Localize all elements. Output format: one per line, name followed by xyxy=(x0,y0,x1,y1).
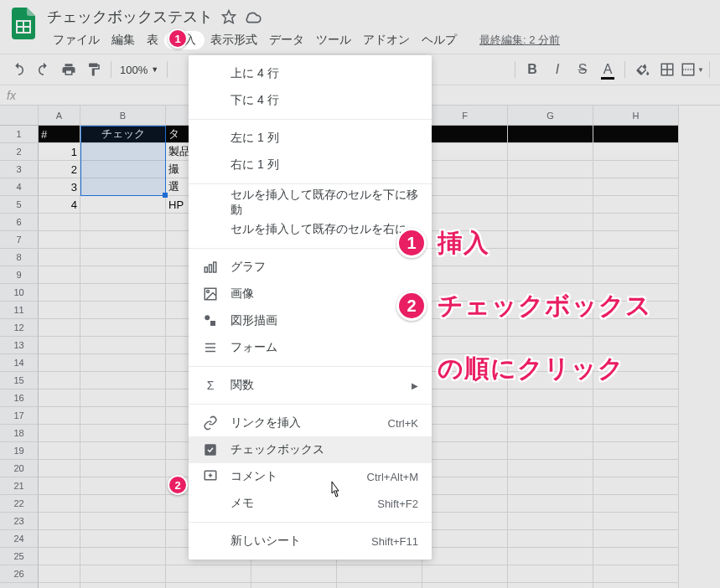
cell[interactable] xyxy=(593,407,679,425)
cell[interactable] xyxy=(80,249,166,266)
zoom-select[interactable]: 100%▼ xyxy=(117,64,162,76)
cell[interactable] xyxy=(422,495,508,513)
cell[interactable]: チェック xyxy=(80,126,166,143)
cell[interactable] xyxy=(422,126,508,143)
menu-format[interactable]: 表示形式 xyxy=(205,31,263,49)
row-header[interactable]: 17 xyxy=(0,407,39,425)
cell[interactable]: 1 xyxy=(39,143,80,161)
cell[interactable] xyxy=(593,565,679,583)
row-header[interactable]: 22 xyxy=(0,495,39,513)
row-header[interactable]: 7 xyxy=(0,231,39,249)
cell[interactable] xyxy=(166,583,251,588)
insert-note[interactable]: メモShift+F2 xyxy=(189,490,432,517)
cell[interactable] xyxy=(508,266,593,284)
insert-form[interactable]: フォーム xyxy=(189,334,432,361)
insert-drawing[interactable]: 図形描画 xyxy=(189,307,432,334)
col-header[interactable]: B xyxy=(80,106,166,126)
cell[interactable] xyxy=(593,442,679,460)
cell[interactable] xyxy=(251,565,337,583)
cell[interactable] xyxy=(422,565,508,583)
row-header[interactable]: 15 xyxy=(0,372,39,389)
cell[interactable] xyxy=(39,319,80,337)
insert-checkbox[interactable]: チェックボックス xyxy=(189,436,432,463)
row-header[interactable]: 4 xyxy=(0,178,39,196)
cell[interactable] xyxy=(593,143,679,161)
cloud-saved-icon[interactable] xyxy=(245,8,262,25)
col-header[interactable]: G xyxy=(508,106,593,126)
row-header[interactable]: 21 xyxy=(0,477,39,495)
cell[interactable] xyxy=(593,477,679,495)
cell[interactable] xyxy=(422,266,508,284)
cell[interactable]: 3 xyxy=(39,178,80,196)
cell[interactable] xyxy=(80,302,166,319)
row-header[interactable]: 16 xyxy=(0,389,39,407)
cell[interactable] xyxy=(39,284,80,302)
row-header[interactable]: 18 xyxy=(0,425,39,442)
cell[interactable] xyxy=(508,460,593,477)
cell[interactable] xyxy=(593,389,679,407)
row-header[interactable]: 2 xyxy=(0,143,39,161)
col-header[interactable]: H xyxy=(593,106,679,126)
insert-rows-below[interactable]: 下に 4 行 xyxy=(189,87,432,114)
cell[interactable]: 2 xyxy=(39,161,80,178)
cell[interactable] xyxy=(422,460,508,477)
cell[interactable] xyxy=(80,178,166,196)
menu-addons[interactable]: アドオン xyxy=(357,31,416,49)
cell[interactable] xyxy=(508,126,593,143)
cell[interactable] xyxy=(593,548,679,565)
cell[interactable] xyxy=(422,425,508,442)
paint-format-button[interactable] xyxy=(82,58,106,81)
cell[interactable] xyxy=(80,442,166,460)
cell[interactable] xyxy=(508,214,593,231)
cell[interactable] xyxy=(508,495,593,513)
insert-chart[interactable]: グラフ xyxy=(189,254,432,281)
cell[interactable] xyxy=(80,354,166,372)
italic-button[interactable]: I xyxy=(546,58,569,81)
cell[interactable] xyxy=(251,583,337,588)
cell[interactable] xyxy=(593,583,679,588)
cell[interactable] xyxy=(422,196,508,214)
cell[interactable] xyxy=(422,389,508,407)
col-header[interactable]: F xyxy=(422,106,508,126)
cell[interactable] xyxy=(593,495,679,513)
row-header[interactable]: 6 xyxy=(0,214,39,231)
cell[interactable] xyxy=(80,161,166,178)
cell[interactable] xyxy=(593,460,679,477)
cell[interactable] xyxy=(508,442,593,460)
row-header[interactable]: 11 xyxy=(0,302,39,319)
text-color-button[interactable]: A xyxy=(596,58,619,81)
cell[interactable] xyxy=(39,548,80,565)
cell[interactable] xyxy=(593,126,679,143)
cell[interactable] xyxy=(39,495,80,513)
cell[interactable] xyxy=(80,389,166,407)
borders-button[interactable] xyxy=(655,58,679,81)
cell[interactable] xyxy=(80,337,166,354)
cell[interactable] xyxy=(593,530,679,548)
insert-link[interactable]: リンクを挿入Ctrl+K xyxy=(189,410,432,436)
row-header[interactable]: 24 xyxy=(0,530,39,548)
insert-rows-above[interactable]: 上に 4 行 xyxy=(189,60,432,87)
cell[interactable] xyxy=(337,565,422,583)
cell[interactable] xyxy=(39,337,80,354)
cell[interactable] xyxy=(80,425,166,442)
cell[interactable] xyxy=(80,319,166,337)
cell[interactable] xyxy=(39,372,80,389)
col-header[interactable]: A xyxy=(39,106,80,126)
cell[interactable] xyxy=(508,231,593,249)
row-header[interactable]: 20 xyxy=(0,460,39,477)
strikethrough-button[interactable]: S xyxy=(571,58,594,81)
insert-col-left[interactable]: 左に 1 列 xyxy=(189,125,432,152)
cell[interactable] xyxy=(422,143,508,161)
menu-view[interactable]: 表 xyxy=(141,31,164,49)
doc-title[interactable]: チェックボックステスト xyxy=(47,7,213,27)
cell[interactable] xyxy=(80,214,166,231)
insert-new-sheet[interactable]: 新しいシートShift+F11 xyxy=(189,528,432,554)
menu-file[interactable]: ファイル xyxy=(47,31,106,49)
bold-button[interactable]: B xyxy=(521,58,544,81)
cell[interactable] xyxy=(508,565,593,583)
cell[interactable] xyxy=(166,565,251,583)
cell[interactable] xyxy=(422,161,508,178)
cell[interactable] xyxy=(593,196,679,214)
cell[interactable] xyxy=(80,530,166,548)
cell[interactable] xyxy=(422,407,508,425)
